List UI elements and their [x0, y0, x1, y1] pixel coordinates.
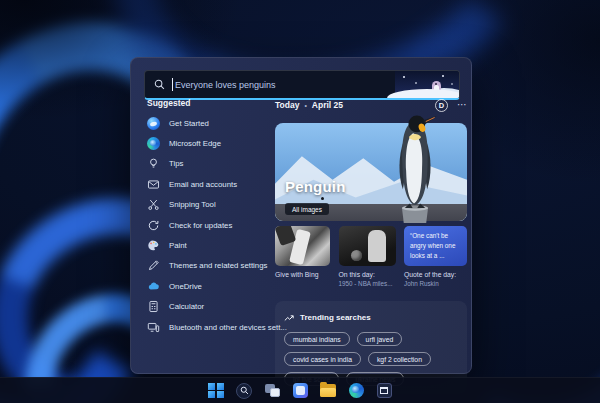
edge-button[interactable]: [348, 382, 365, 399]
calculator-icon: [147, 300, 160, 313]
paint-icon: [147, 239, 160, 252]
sidebar-item-paint[interactable]: Paint: [147, 235, 273, 255]
penguin-image: [385, 109, 445, 223]
trending-pill[interactable]: urfi javed: [357, 332, 403, 346]
sidebar-item-calculator[interactable]: Calculator: [147, 297, 273, 317]
search-panel: Suggested Get Started Microsoft Edge Tip…: [130, 57, 472, 374]
file-explorer-button[interactable]: [320, 382, 337, 399]
sidebar-item-snipping-tool[interactable]: Snipping Tool: [147, 195, 273, 215]
quote-of-the-day-card[interactable]: “One can't be angry when one looks at a …: [404, 226, 467, 288]
sidebar-item-bluetooth-devices[interactable]: Bluetooth and other devices sett...: [147, 317, 273, 337]
hero-card[interactable]: Penguin All images: [275, 123, 467, 221]
folder-icon: [320, 384, 336, 397]
give-with-bing-image: [275, 226, 330, 266]
taskbar: [0, 377, 600, 403]
carousel-dot: [321, 197, 324, 200]
trending-pill[interactable]: mumbai indians: [284, 332, 350, 346]
trending-pill[interactable]: covid cases in india: [284, 352, 361, 366]
trending-icon: [284, 308, 294, 326]
text-cursor: [172, 78, 173, 91]
give-with-bing-card[interactable]: Give with Bing: [275, 226, 330, 288]
store-button[interactable]: [376, 382, 393, 399]
get-started-icon: [147, 117, 160, 130]
edge-icon: [147, 137, 160, 150]
onedrive-icon: [147, 280, 160, 293]
store-icon: [377, 383, 392, 398]
themes-icon: [147, 259, 160, 272]
header-separator: •: [304, 102, 306, 109]
trending-pill[interactable]: kgf 2 collection: [368, 352, 431, 366]
sidebar-item-email-accounts[interactable]: Email and accounts: [147, 174, 273, 194]
widgets-icon: [293, 383, 308, 398]
suggested-section: Suggested Get Started Microsoft Edge Tip…: [147, 98, 273, 337]
on-this-day-image: [339, 226, 396, 266]
suggested-title: Suggested: [147, 98, 273, 108]
task-view-icon: [265, 384, 280, 397]
all-images-button[interactable]: All images: [285, 203, 329, 215]
updates-icon: [147, 219, 160, 232]
quote-card-body: “One can't be angry when one looks at a …: [404, 226, 467, 266]
search-box[interactable]: [144, 70, 460, 100]
sidebar-item-tips[interactable]: Tips: [147, 154, 273, 174]
hero-title: Penguin: [285, 178, 346, 195]
on-this-day-card[interactable]: On this day: 1950 - NBA miles...: [339, 226, 396, 288]
sidebar-item-microsoft-edge[interactable]: Microsoft Edge: [147, 133, 273, 153]
sidebar-item-themes[interactable]: Themes and related settings: [147, 256, 273, 276]
info-cards-row: Give with Bing On this day: 1950 - NBA m…: [275, 226, 467, 288]
edge-icon: [349, 383, 364, 398]
taskbar-search-button[interactable]: [236, 382, 253, 399]
bluetooth-devices-icon: [147, 321, 160, 334]
today-label: Today: [275, 100, 299, 110]
mail-icon: [147, 178, 160, 191]
trending-title: Trending searches: [300, 313, 371, 322]
snipping-tool-icon: [147, 198, 160, 211]
penguin-illustration: [395, 71, 459, 98]
search-icon: [236, 383, 252, 399]
tips-icon: [147, 157, 160, 170]
date-label: April 25: [312, 100, 343, 110]
sidebar-item-check-updates[interactable]: Check for updates: [147, 215, 273, 235]
more-options-icon[interactable]: ⋯: [457, 100, 467, 110]
search-icon: [154, 79, 165, 90]
sidebar-item-get-started[interactable]: Get Started: [147, 113, 273, 133]
desktop-screen: Suggested Get Started Microsoft Edge Tip…: [0, 0, 600, 403]
start-button[interactable]: [208, 382, 225, 399]
sidebar-item-onedrive[interactable]: OneDrive: [147, 276, 273, 296]
daily-content: Today • April 25 D ⋯: [275, 98, 467, 394]
task-view-button[interactable]: [264, 382, 281, 399]
windows-logo-icon: [208, 383, 224, 399]
widgets-button[interactable]: [292, 382, 309, 399]
